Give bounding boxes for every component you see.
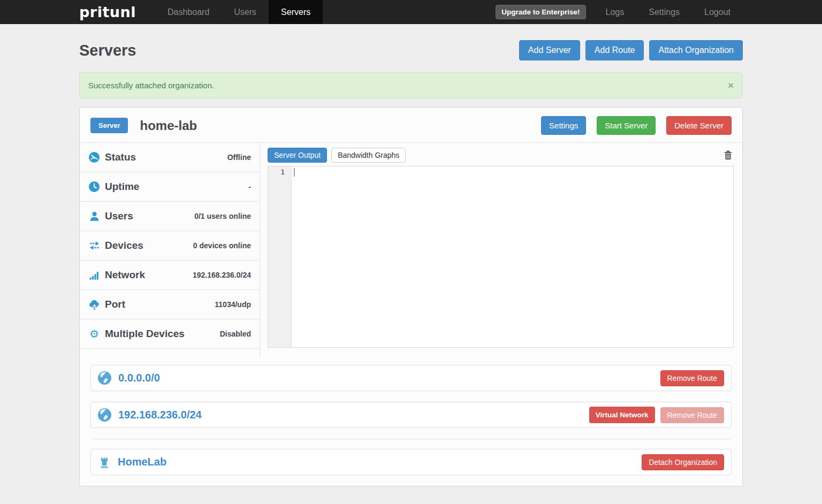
add-server-button[interactable]: Add Server (519, 40, 580, 60)
page-title: Servers (79, 42, 136, 59)
transfer-icon (88, 241, 100, 250)
nav-item-dashboard[interactable]: Dashboard (155, 0, 222, 24)
gear-icon: ⚙ (88, 329, 100, 339)
stat-value: 0 devices online (189, 241, 251, 250)
globe-icon (98, 408, 111, 422)
stat-label: Devices (105, 240, 143, 251)
remove-route-button[interactable]: Remove Route (660, 370, 724, 386)
stat-value: 0/1 users online (190, 212, 251, 220)
nav-item-settings[interactable]: Settings (636, 0, 692, 24)
stat-label: Users (105, 210, 133, 222)
user-icon (88, 211, 100, 222)
nav-item-logout[interactable]: Logout (692, 0, 743, 24)
top-navbar: pritunl Dashboard Users Servers Upgrade … (0, 0, 822, 24)
stat-label: Port (105, 299, 125, 310)
upgrade-enterprise-button[interactable]: Upgrade to Enterprise! (496, 5, 585, 19)
stat-row-port: Port 11034/udp (80, 290, 260, 319)
server-output-panel: Server Output Bandwidth Graphs 1 (260, 143, 742, 356)
clear-output-trash-icon[interactable] (722, 149, 734, 161)
alert-close-icon[interactable]: × (728, 80, 734, 90)
clock-icon (88, 181, 100, 192)
stat-value: 192.168.236.0/24 (188, 271, 251, 279)
start-server-button[interactable]: Start Server (597, 116, 656, 135)
remove-route-button-disabled: Remove Route (660, 407, 724, 423)
server-type-badge[interactable]: Server (90, 118, 128, 133)
delete-server-button[interactable]: Delete Server (666, 116, 732, 135)
cloud-upload-icon (88, 300, 100, 310)
alert-message: Successfully attached organization. (88, 81, 214, 90)
stat-row-users: Users 0/1 users online (80, 202, 260, 231)
tab-bandwidth-graphs[interactable]: Bandwidth Graphs (331, 148, 406, 163)
page-header: Servers Add Server Add Route Attach Orga… (79, 40, 743, 60)
stat-value: Offline (223, 153, 251, 162)
nav-item-logs[interactable]: Logs (593, 0, 637, 24)
signal-bars-icon (88, 270, 100, 280)
attach-organization-button[interactable]: Attach Organization (649, 40, 743, 60)
stat-row-status: Status Offline (80, 143, 260, 172)
stat-value: 11034/udp (210, 300, 251, 309)
editor-cursor (294, 168, 295, 177)
stat-label: Network (105, 269, 145, 281)
server-card-header: Server home-lab Settings Start Server De… (80, 108, 742, 143)
add-route-button[interactable]: Add Route (585, 40, 644, 60)
server-card: Server home-lab Settings Start Server De… (79, 107, 743, 486)
detach-organization-button[interactable]: Detach Organization (642, 454, 724, 470)
nav-item-servers[interactable]: Servers (269, 0, 323, 24)
stat-label: Uptime (105, 181, 139, 193)
tab-server-output[interactable]: Server Output (268, 148, 327, 163)
routes-organizations-divider (92, 439, 730, 439)
stat-value: - (244, 182, 251, 191)
fortress-icon (98, 456, 111, 469)
editor-content[interactable] (292, 166, 733, 347)
stat-row-devices: Devices 0 devices online (80, 231, 260, 261)
editor-line-number: 1 (268, 166, 292, 347)
stat-label: Multiple Devices (105, 328, 185, 340)
server-output-editor[interactable]: 1 (268, 166, 734, 348)
route-row: 0.0.0.0/0 Remove Route (90, 365, 732, 391)
server-stats-list: Status Offline Uptime - Users 0/1 users … (80, 143, 260, 356)
globe-icon (98, 371, 111, 385)
stat-label: Status (105, 151, 136, 163)
organization-name-link[interactable]: HomeLab (118, 456, 166, 468)
route-row: 192.168.236.0/24 Virtual Network Remove … (90, 402, 732, 428)
stat-value: Disabled (216, 330, 251, 338)
nav-item-users[interactable]: Users (222, 0, 269, 24)
success-alert: Successfully attached organization. × (79, 72, 743, 98)
organization-row: HomeLab Detach Organization (90, 449, 732, 475)
stat-row-multiple-devices: ⚙ Multiple Devices Disabled (80, 319, 260, 349)
server-settings-button[interactable]: Settings (541, 116, 586, 135)
virtual-network-badge: Virtual Network (589, 407, 655, 423)
stat-row-network: Network 192.168.236.0/24 (80, 261, 260, 290)
stat-row-uptime: Uptime - (80, 172, 260, 202)
route-network-link[interactable]: 0.0.0.0/0 (118, 372, 160, 384)
app-logo[interactable]: pritunl (79, 4, 136, 20)
gauge-icon (88, 152, 100, 163)
route-network-link[interactable]: 192.168.236.0/24 (118, 409, 202, 421)
server-name: home-lab (140, 118, 197, 133)
